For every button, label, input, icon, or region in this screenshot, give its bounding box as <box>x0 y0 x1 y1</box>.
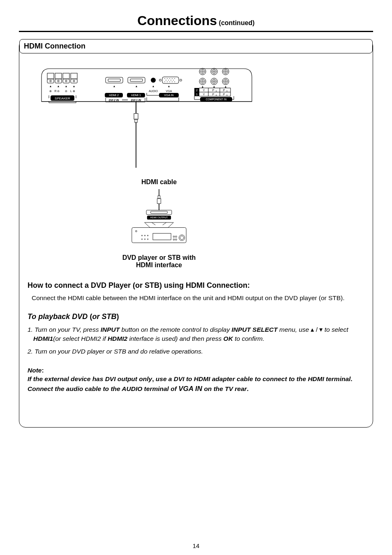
svg-rect-2 <box>47 79 54 83</box>
svg-text:Y: Y <box>203 89 205 92</box>
svg-point-31 <box>180 79 182 81</box>
svg-text:1: 1 <box>196 93 198 96</box>
svg-point-12 <box>73 80 75 82</box>
svg-point-42 <box>164 81 165 82</box>
section-header: HDMI Connection <box>19 39 373 53</box>
device-caption-l2: HDMI interface <box>136 261 182 268</box>
note-a: If the external device has DVI output on… <box>28 375 152 382</box>
device-caption-l1: DVD player or STB with <box>122 254 196 261</box>
svg-rect-32 <box>162 77 179 83</box>
playback-step-2: 2. Turn on your DVD player or STB and do… <box>28 347 364 356</box>
rear-panel-diagram: ⊕ R ⊖ ⊖ L ⊕ SPEAKER <box>40 62 364 171</box>
svg-point-64 <box>202 71 203 72</box>
section-panel: HDMI Connection ⊕ R ⊖ <box>19 39 373 428</box>
howto-heading: How to connect a DVD Player (or STB) usi… <box>28 281 364 290</box>
note-p2: . <box>247 385 249 392</box>
svg-rect-1 <box>47 73 54 79</box>
svg-point-75 <box>212 79 216 83</box>
svg-point-71 <box>199 78 206 85</box>
svg-text:HDMI 2: HDMI 2 <box>109 94 119 97</box>
svg-text:⊕: ⊕ <box>49 90 52 92</box>
svg-point-76 <box>213 81 215 82</box>
svg-rect-10 <box>71 73 77 79</box>
svg-marker-14 <box>58 86 59 87</box>
device-diagram: HDMI OUTPUT DVD player or STB with HDMI … <box>77 189 241 269</box>
svg-text:AUDIO: AUDIO <box>149 90 158 92</box>
rear-panel-icon: ⊕ R ⊖ ⊖ L ⊕ SPEAKER <box>40 62 254 169</box>
svg-rect-8 <box>63 79 69 83</box>
svg-text:R: R <box>54 90 56 92</box>
note-label: Note: <box>28 367 364 374</box>
svg-point-78 <box>224 79 228 83</box>
playback-paren-inner: or STB <box>92 312 116 321</box>
svg-text:2: 2 <box>196 89 198 92</box>
title-sub: (continued) <box>219 19 255 26</box>
svg-point-43 <box>167 81 168 82</box>
svg-rect-113 <box>146 210 172 215</box>
note-c: Connect the audio cable to the AUDIO ter… <box>28 385 178 392</box>
svg-point-74 <box>211 78 217 85</box>
svg-marker-49 <box>152 86 154 87</box>
svg-rect-4 <box>55 73 62 79</box>
svg-point-45 <box>172 81 173 82</box>
note-d: on the TV rear <box>202 385 247 392</box>
svg-marker-50 <box>168 86 170 87</box>
svg-point-41 <box>173 80 174 81</box>
svg-marker-47 <box>113 86 115 87</box>
svg-text:P: P <box>212 89 214 92</box>
svg-text:⊕: ⊕ <box>73 90 75 92</box>
svg-point-121 <box>141 235 142 236</box>
svg-text:HDMI 1: HDMI 1 <box>131 94 141 97</box>
svg-text:VGA IN: VGA IN <box>164 94 173 97</box>
svg-point-66 <box>212 69 216 74</box>
svg-text:⊖: ⊖ <box>57 90 60 92</box>
svg-rect-7 <box>63 73 69 79</box>
svg-point-69 <box>224 69 228 74</box>
svg-point-3 <box>50 80 51 82</box>
svg-point-72 <box>201 79 205 83</box>
pb1-a: 1. Turn on your TV, press <box>28 326 101 333</box>
svg-point-79 <box>225 81 226 82</box>
svg-point-6 <box>58 80 59 82</box>
svg-rect-28 <box>130 79 143 81</box>
svg-rect-119 <box>132 228 186 243</box>
svg-marker-81 <box>213 86 215 88</box>
svg-marker-48 <box>136 86 137 87</box>
svg-point-62 <box>199 68 206 75</box>
svg-point-30 <box>159 79 161 81</box>
svg-text:P: P <box>223 93 225 96</box>
hdmi-cable-caption-wrap: HDMI cable <box>77 175 241 189</box>
note-b: use a DVI to HDMI adapter cable to conne… <box>154 375 351 382</box>
note-vga: VGA IN <box>178 385 202 393</box>
svg-point-36 <box>172 78 173 79</box>
svg-point-133 <box>180 236 184 240</box>
svg-point-123 <box>148 235 148 236</box>
svg-rect-114 <box>151 211 168 213</box>
svg-rect-11 <box>71 79 77 83</box>
svg-text:VGA: VGA <box>166 90 172 92</box>
svg-marker-15 <box>65 86 67 87</box>
howto-paren: (or STB) <box>133 281 162 289</box>
pb1-f: interface is used) and then press <box>127 335 224 342</box>
svg-text:R: R <box>226 90 228 92</box>
svg-point-120 <box>136 231 137 232</box>
svg-point-65 <box>211 68 217 75</box>
svg-marker-13 <box>50 86 51 87</box>
svg-rect-5 <box>55 79 62 83</box>
svg-point-67 <box>213 71 215 72</box>
svg-rect-106 <box>134 113 138 119</box>
pb2: 2. Turn on your DVD player or STB and do… <box>28 348 203 355</box>
note-p1: . <box>350 375 352 382</box>
pb1-g: to confirm. <box>233 335 265 342</box>
svg-text:DVI 1 IN: DVI 1 IN <box>131 99 141 102</box>
svg-rect-107 <box>135 119 137 123</box>
svg-point-77 <box>222 78 229 85</box>
svg-point-44 <box>169 81 170 82</box>
svg-point-131 <box>175 239 177 240</box>
title-rule <box>19 31 373 32</box>
svg-point-73 <box>202 81 203 82</box>
svg-marker-16 <box>73 86 75 87</box>
svg-point-38 <box>166 80 166 81</box>
svg-rect-127 <box>153 234 171 240</box>
howto-pre: How to connect a DVD Player <box>28 281 131 289</box>
